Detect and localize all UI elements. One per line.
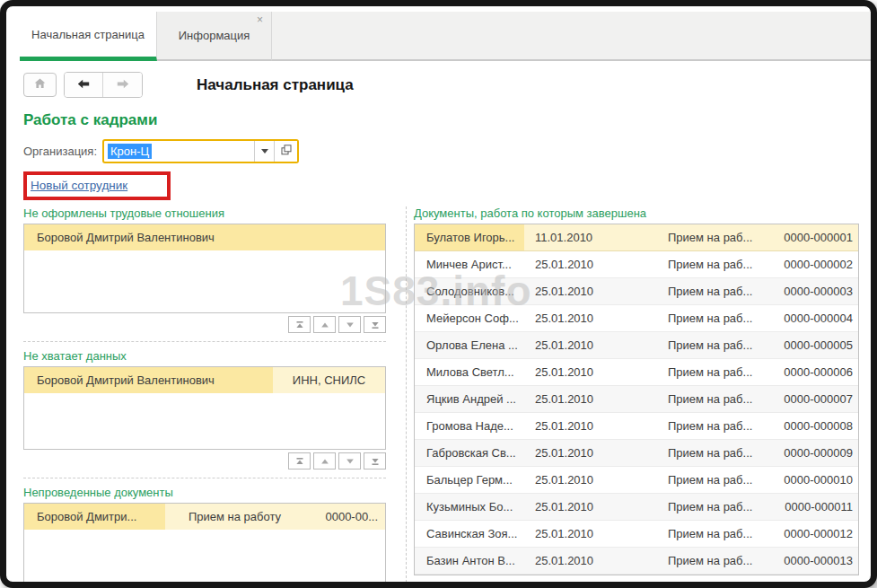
annotation-red-box: Новый сотрудник	[23, 171, 171, 200]
table-row[interactable]: Савинская Зоя... 25.01.2010 Прием на раб…	[415, 521, 858, 548]
arrow-left-icon	[77, 78, 90, 92]
table-row[interactable]: Солодовников... 25.01.2010 Прием на раб.…	[415, 278, 858, 305]
tabstrip-filler	[272, 12, 871, 61]
section-title: Не оформлены трудовые отношения	[23, 206, 386, 220]
back-button[interactable]	[65, 73, 103, 97]
open-list-button[interactable]	[274, 141, 297, 162]
section-divider	[23, 341, 386, 342]
go-previous-button[interactable]	[313, 316, 336, 333]
go-previous-button[interactable]	[313, 452, 336, 470]
no-relations-list: Боровой Дмитрий Валентинович	[23, 224, 386, 313]
tab-label: Информация	[179, 29, 250, 42]
table-row[interactable]: Мейерсон Соф... 25.01.2010 Прием на раб.…	[415, 305, 858, 332]
new-employee-link[interactable]: Новый сотрудник	[31, 179, 127, 192]
home-icon	[34, 78, 46, 92]
table-row[interactable]: Громова Наде... 25.01.2010 Прием на раб.…	[415, 413, 858, 440]
table-row[interactable]: Минчев Арист... 25.01.2010 Прием на раб.…	[415, 251, 858, 278]
tab-label: Начальная страница	[31, 28, 145, 41]
section-missing-data: Не хватает данных Боровой Дмитрий Валент…	[23, 349, 386, 470]
go-first-button[interactable]	[288, 316, 311, 333]
section-title: Не хватает данных	[23, 349, 386, 363]
tab-home-page[interactable]: Начальная страница	[20, 12, 157, 61]
choose-from-list-icon	[281, 145, 292, 158]
forward-button[interactable]	[103, 73, 142, 97]
history-nav-group	[64, 72, 143, 98]
go-first-button[interactable]	[288, 452, 311, 470]
arrow-right-icon	[117, 78, 129, 92]
hr-section-heading: Работа с кадрами	[23, 111, 871, 129]
organization-field[interactable]: Крон-Ц	[102, 139, 299, 163]
table-row[interactable]: Кузьминых Бо... 25.01.2010 Прием на раб.…	[415, 494, 858, 521]
section-divider	[23, 478, 386, 478]
table-row[interactable]: Орлова Елена ... 25.01.2010 Прием на раб…	[415, 332, 858, 359]
missing-data-list: Боровой Дмитрий Валентинович ИНН, СНИЛС	[23, 366, 386, 450]
list-pager	[23, 452, 386, 470]
navigation-toolbar: Начальная страница	[23, 72, 871, 98]
organization-label: Организация:	[23, 145, 97, 158]
table-row[interactable]: Булатов Игорь... 11.01.2010 Прием на раб…	[415, 224, 858, 251]
section-title: Документы, работа по которым завершена	[414, 206, 859, 220]
table-row[interactable]: Бальцер Герм... 25.01.2010 Прием на раб.…	[415, 467, 858, 494]
page-title: Начальная страница	[197, 76, 354, 94]
close-icon[interactable]: ×	[257, 14, 263, 25]
table-row[interactable]: Габровская Св... 25.01.2010 Прием на раб…	[415, 440, 858, 467]
organization-row: Организация: Крон-Ц	[23, 139, 871, 163]
table-row[interactable]: Милова Светл... 25.01.2010 Прием на раб.…	[415, 359, 858, 386]
unposted-documents-list: Боровой Дмитри... Прием на работу 0000-0…	[23, 503, 386, 588]
organization-input[interactable]: Крон-Ц	[104, 141, 254, 162]
list-item[interactable]: Боровой Дмитри... Прием на работу 0000-0…	[24, 504, 385, 530]
home-button[interactable]	[23, 73, 57, 97]
go-next-button[interactable]	[338, 452, 361, 470]
left-column: Не оформлены трудовые отношения Боровой …	[23, 206, 407, 588]
dropdown-button[interactable]	[254, 141, 274, 162]
table-row[interactable]: Яцкив Андрей ... 25.01.2010 Прием на раб…	[415, 386, 858, 413]
section-no-labor-relations: Не оформлены трудовые отношения Боровой …	[23, 206, 386, 333]
go-last-button[interactable]	[364, 316, 386, 333]
right-column: Документы, работа по которым завершена Б…	[407, 206, 871, 588]
table-row[interactable]: Базин Антон В... 25.01.2010 Прием на раб…	[415, 548, 858, 575]
list-item[interactable]: Боровой Дмитрий Валентинович	[24, 224, 385, 250]
go-next-button[interactable]	[338, 316, 361, 333]
selected-text: Крон-Ц	[108, 144, 152, 159]
tab-information[interactable]: × Информация	[157, 12, 272, 61]
list-item[interactable]: Боровой Дмитрий Валентинович ИНН, СНИЛС	[24, 367, 385, 393]
chevron-down-icon	[261, 149, 268, 154]
dashboard-columns: Не оформлены трудовые отношения Боровой …	[23, 206, 871, 588]
section-title: Непроведенные документы	[23, 486, 386, 499]
section-unposted-documents: Непроведенные документы Боровой Дмитри..…	[23, 486, 386, 588]
tab-bar: Начальная страница × Информация	[20, 12, 871, 61]
list-pager	[23, 316, 386, 333]
app-window: Начальная страница × Информация	[0, 0, 877, 588]
completed-documents-table: Булатов Игорь... 11.01.2010 Прием на раб…	[414, 224, 859, 575]
go-last-button[interactable]	[364, 452, 386, 470]
main-content: Начальная страница Работа с кадрами Орга…	[6, 61, 871, 588]
